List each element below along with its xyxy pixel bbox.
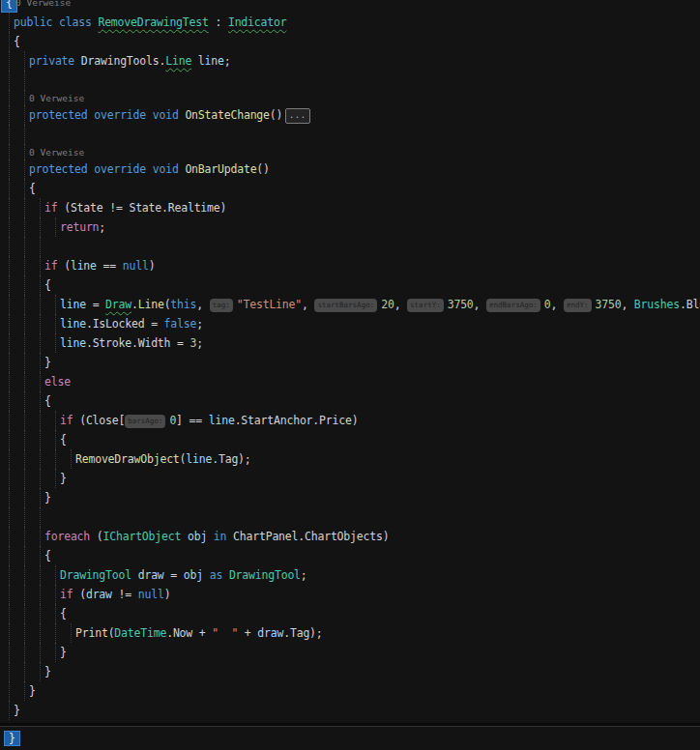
collapsed-region-indicator[interactable]: ... [285,108,309,124]
code-line-content: protected override void OnStateChange().… [0,105,700,125]
code-line[interactable]: { [0,391,700,411]
code-token: , [550,298,563,311]
code-token: null [123,259,149,273]
code-line[interactable] [0,507,700,527]
code-token: if [60,588,79,601]
code-token: = [86,298,105,311]
code-line[interactable]: protected override void OnStateChange().… [0,105,700,125]
code-editor[interactable]: { 0 Verweise public class RemoveDrawingT… [0,0,700,750]
code-line-content: else [0,372,700,391]
code-token: = [164,568,184,582]
code-token: ( [97,530,103,543]
codelens-references[interactable]: 0 Verweise [15,0,71,8]
code-line[interactable]: } [0,469,700,488]
code-token: (Close[ [79,414,125,427]
code-line[interactable]: { [0,179,700,198]
code-line[interactable]: if (line == null) [0,256,700,275]
codelens-references[interactable]: 0 Verweise [29,147,84,158]
code-line[interactable]: { [0,546,700,565]
code-line-content: } [0,701,700,720]
code-token: .Tag); [212,452,250,466]
code-token: line [71,259,97,273]
code-line[interactable]: } [0,662,700,681]
code-line[interactable]: { [0,604,700,623]
code-token [131,568,138,582]
code-token: " " [212,626,238,640]
code-token: } [44,356,51,369]
code-token: false [164,317,197,331]
code-token: line [60,298,86,311]
code-token: { [60,433,67,447]
code-token: .Tag); [283,626,322,640]
code-line-content: line.IsLocked = false; [0,314,700,333]
code-line[interactable]: } [0,488,700,507]
code-line-content: if (draw != null) [0,585,700,604]
code-token: ChartPanel.ChartObjects) [226,530,389,543]
code-token: protected [29,108,94,122]
code-line[interactable]: line.Stroke.Width = 3; [0,333,700,353]
code-token: .Stroke.Width = [86,336,190,350]
code-token: draw [86,588,112,601]
code-token: { [14,35,20,48]
code-area[interactable]: public class RemoveDrawingTest : Indicat… [0,13,700,720]
code-token: Draw [105,298,131,311]
code-line[interactable]: return; [0,217,700,237]
code-line[interactable] [0,237,700,256]
code-token: 3750 [448,298,474,311]
code-line[interactable]: } [0,681,700,701]
codelens-line[interactable]: 0 Verweise [0,144,700,159]
code-line-content: foreach (IChartObject obj in ChartPanel.… [0,527,700,546]
code-line[interactable]: protected override void OnBarUpdate() [0,159,700,179]
code-line[interactable]: { [0,32,700,51]
code-token: if [60,414,79,427]
code-token: ; [224,54,231,68]
code-token: == [97,259,123,273]
code-line[interactable]: if (Close[barsAgo:0] == line.StartAnchor… [0,411,700,430]
code-line[interactable]: } [0,643,700,662]
code-line[interactable]: foreach (IChartObject obj in ChartPanel.… [0,527,700,546]
code-line-content: public class RemoveDrawingTest : Indicat… [0,13,700,32]
code-line[interactable]: line.IsLocked = false; [0,314,700,333]
code-line[interactable]: RemoveDrawObject(line.Tag); [0,449,700,469]
code-token [203,568,210,582]
code-line[interactable]: { [0,430,700,449]
code-token: (State != State.Realtime) [64,201,226,215]
code-token: } [60,472,67,485]
code-line-content: protected override void OnBarUpdate() [0,159,700,179]
code-token: ( [64,259,71,273]
code-token: Line [138,298,164,311]
code-line[interactable]: } [0,353,700,372]
code-line-content [0,507,700,527]
code-line[interactable] [0,125,700,144]
code-token: () [256,162,269,176]
code-token: ; [196,317,203,331]
code-line[interactable] [0,71,700,90]
code-token: draw [257,626,283,640]
code-line[interactable]: Print(DateTime.Now + " " + draw.Tag); [0,623,700,643]
code-line-content: } [0,681,700,701]
code-token: .Now + [166,626,212,640]
code-token [222,568,229,582]
code-line[interactable]: if (draw != null) [0,585,700,604]
code-token: RemoveDrawingTest [98,15,208,29]
codelens-line[interactable]: 0 Verweise [0,90,700,105]
code-token: , [474,298,486,311]
code-token: . [131,298,138,311]
matched-brace-bottom: } [4,731,20,746]
code-token: public [14,15,59,29]
code-line[interactable]: if (State != State.Realtime) [0,198,700,217]
code-line[interactable]: } [0,701,700,720]
code-token: + [238,626,257,640]
code-line[interactable]: line = Draw.Line(this, tag:"TestLine", s… [0,295,700,314]
code-token: void [153,108,186,122]
code-line[interactable]: public class RemoveDrawingTest : Indicat… [0,13,700,32]
code-token: ; [196,336,203,350]
code-line-content: RemoveDrawObject(line.Tag); [0,449,700,469]
code-line-content: line = Draw.Line(this, tag:"TestLine", s… [0,295,700,314]
code-line[interactable]: else [0,372,700,391]
code-token: IChartObject [103,530,182,543]
code-line[interactable]: DrawingTool draw = obj as DrawingTool; [0,565,700,585]
code-line[interactable]: private DrawingTools.Line line; [0,51,700,71]
codelens-references[interactable]: 0 Verweise [29,93,84,103]
code-line[interactable]: { [0,275,700,295]
